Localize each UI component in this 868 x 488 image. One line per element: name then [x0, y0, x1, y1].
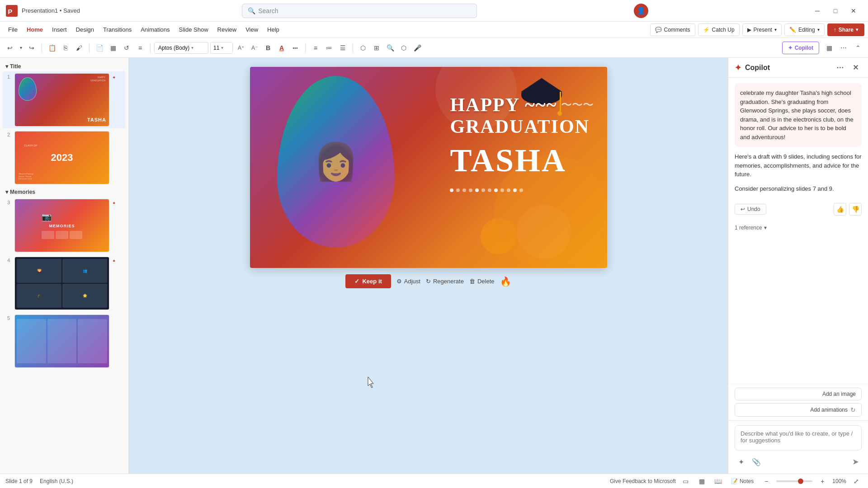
dot-9 [500, 188, 504, 192]
arrange-button[interactable]: ⊞ [370, 42, 383, 54]
delete-button[interactable]: 🗑 Delete [469, 278, 495, 285]
present-button[interactable]: ▶ Present ▾ [742, 23, 782, 36]
undo-button[interactable]: ↩ Undo [735, 204, 766, 215]
add-image-button[interactable]: Add an image [735, 388, 862, 400]
slide-thumb-1[interactable]: 1 HAPPY GRADUATION TASHA ✦ [3, 71, 126, 128]
add-animations-button[interactable]: Add animations ↻ [735, 403, 862, 417]
more-toolbar-button[interactable]: ⋯ [837, 42, 850, 54]
paste-button[interactable]: 📋 [46, 42, 58, 54]
reference-expand-icon: ▾ [764, 225, 767, 231]
slide-preview-2: CLASS OF 2023 Glenwood SpringsSoccer • D… [14, 131, 109, 184]
notes-button[interactable]: 📝 Notes [728, 478, 756, 484]
find-button[interactable]: 🔍 [384, 42, 396, 54]
slide-thumb-5[interactable]: 5 [3, 313, 126, 370]
sparkle-input-icon[interactable]: ✦ [735, 455, 747, 468]
feedback-link[interactable]: Give Feedback to Microsoft [610, 478, 676, 484]
redo-button[interactable]: ↪ [25, 42, 38, 54]
adjust-button[interactable]: ⚙ Adjust [396, 278, 420, 285]
search-box[interactable]: 🔍 Search [242, 4, 477, 18]
layout-button[interactable]: ▦ [107, 42, 119, 54]
copilot-input-actions: ✦ 📎 ➤ [735, 455, 862, 468]
menu-insert[interactable]: Insert [47, 24, 71, 35]
copilot-panel: ✦ Copilot ⋯ ✕ celebrate my daughter Tash… [728, 58, 868, 474]
numbered-list-button[interactable]: ≔ [323, 42, 335, 54]
comments-button[interactable]: 💬 Comments [650, 23, 695, 36]
normal-view-button[interactable]: ▭ [679, 475, 692, 488]
status-bar: Slide 1 of 9 English (U.S.) Give Feedbac… [0, 474, 868, 488]
section-button[interactable]: ≡ [134, 42, 146, 54]
menu-view[interactable]: View [241, 24, 263, 35]
toolbar-text-group: A⁺ A⁻ B A ••• [235, 42, 302, 54]
copilot-input-field[interactable] [735, 425, 862, 450]
thumbs-down-button[interactable]: 👎 [849, 203, 862, 216]
reference-row[interactable]: 1 reference ▾ [735, 225, 862, 231]
copilot-panel-icon: ✦ [735, 63, 741, 73]
undo-dropdown[interactable]: ▾ [17, 42, 24, 54]
font-decrease-button[interactable]: A⁻ [248, 42, 261, 54]
editing-button[interactable]: ✏️ Editing ▾ [784, 23, 825, 36]
menu-file[interactable]: File [4, 24, 22, 35]
copilot-suggestions: Add an image Add animations ↻ [728, 384, 868, 420]
delete-icon: 🗑 [469, 278, 475, 285]
menu-help[interactable]: Help [263, 24, 284, 35]
fit-slide-button[interactable]: ⤢ [850, 475, 863, 488]
font-size-selector[interactable]: 11 ▾ [210, 42, 233, 54]
minimize-button[interactable]: ─ [808, 4, 826, 18]
user-avatar[interactable]: 👤 [634, 4, 648, 18]
menu-bar: File Home Insert Design Transitions Anim… [0, 22, 868, 38]
section-title[interactable]: ▾ Title [3, 61, 126, 71]
toolbar-expand-button[interactable]: ⌃ [852, 42, 864, 54]
main-area: ▾ Title 1 HAPPY GRADUATION TASHA ✦ 2 CLA… [0, 58, 868, 474]
regenerate-icon: ↻ [426, 278, 431, 285]
share-button[interactable]: ↑ Share ▾ [827, 23, 864, 36]
close-button[interactable]: ✕ [844, 4, 863, 18]
dot-1 [450, 188, 453, 192]
replace-button[interactable]: ⬡ [397, 42, 410, 54]
bold-button[interactable]: B [262, 42, 274, 54]
copilot-title: Copilot [745, 64, 770, 72]
happy-text: HAPPY ~~~ [450, 94, 557, 116]
more-text-button[interactable]: ••• [289, 42, 302, 54]
main-slide[interactable]: 👩 HAPPY ~ [250, 67, 607, 268]
catchup-button[interactable]: ⚡ Catch Up [698, 23, 740, 36]
copilot-close-button[interactable]: ✕ [849, 61, 862, 74]
menu-home[interactable]: Home [22, 24, 47, 35]
slide-thumb-4[interactable]: 4 🌄 👥 🎓 🌟 ✦ [3, 255, 126, 312]
slide-thumb-3[interactable]: 3 📷 MEMORIES ✦ [3, 197, 126, 254]
menu-transitions[interactable]: Transitions [99, 24, 136, 35]
font-family-selector[interactable]: Aptos (Body) ▾ [154, 42, 208, 54]
reading-view-button[interactable]: 📖 [712, 475, 725, 488]
regenerate-button[interactable]: ↻ Regenerate [426, 278, 464, 285]
zoom-slider[interactable] [776, 480, 812, 482]
keep-button[interactable]: ✓ Keep it [345, 274, 391, 288]
slide-thumb-2[interactable]: 2 CLASS OF 2023 Glenwood SpringsSoccer •… [3, 129, 126, 186]
copilot-button[interactable]: ✦ Copilot [782, 42, 819, 54]
copy-button[interactable]: ⎘ [59, 42, 72, 54]
thumbs-up-button[interactable]: 👍 [834, 203, 846, 216]
attachment-input-icon[interactable]: 📎 [750, 455, 763, 468]
menu-design[interactable]: Design [71, 24, 99, 35]
font-color-button[interactable]: A [275, 42, 288, 54]
new-slide-button[interactable]: 📄 [93, 42, 106, 54]
slide-num-1: 1 [5, 73, 12, 80]
zoom-in-button[interactable]: + [816, 475, 829, 488]
font-increase-button[interactable]: A⁺ [235, 42, 247, 54]
zoom-out-button[interactable]: − [760, 475, 773, 488]
maximize-button[interactable]: □ [826, 4, 844, 18]
grid-view-button[interactable]: ▦ [823, 42, 835, 54]
copilot-messages: celebrate my daughter Tasha's high schoo… [728, 78, 868, 384]
section-memories[interactable]: ▾ Memories [3, 187, 126, 197]
bullet-list-button[interactable]: ≡ [309, 42, 322, 54]
menu-slideshow[interactable]: Slide Show [174, 24, 212, 35]
menu-review[interactable]: Review [213, 24, 241, 35]
undo-button[interactable]: ↩ [4, 42, 16, 54]
slide-sorter-button[interactable]: ▦ [696, 475, 708, 488]
reset-button[interactable]: ↺ [120, 42, 133, 54]
shapes-button[interactable]: ⬡ [357, 42, 369, 54]
copilot-more-button[interactable]: ⋯ [834, 61, 846, 74]
menu-animations[interactable]: Animations [136, 24, 174, 35]
dictate-button[interactable]: 🎤 [411, 42, 424, 54]
align-button[interactable]: ☰ [336, 42, 349, 54]
send-button[interactable]: ➤ [849, 455, 862, 468]
format-painter-button[interactable]: 🖌 [73, 42, 85, 54]
